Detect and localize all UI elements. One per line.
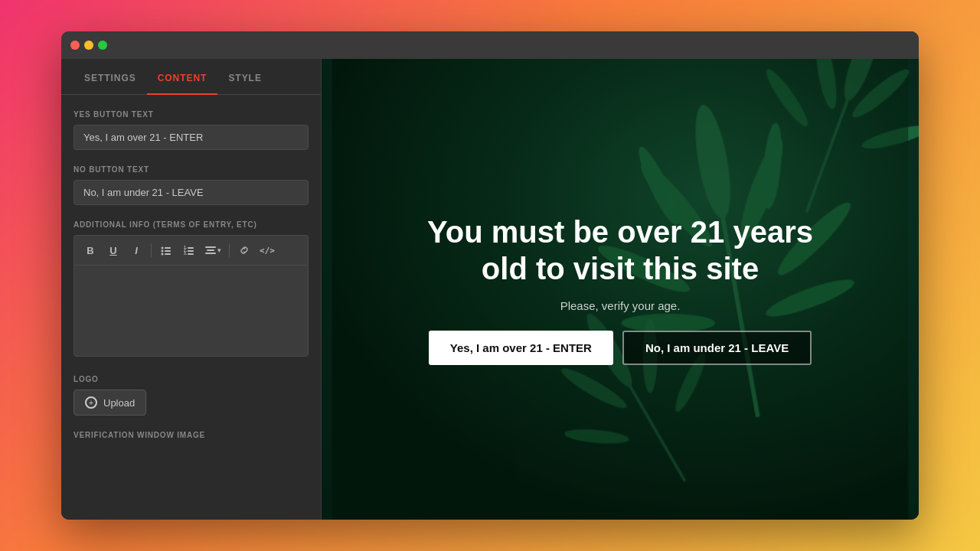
tab-settings[interactable]: SETTINGS (74, 59, 147, 94)
align-icon (205, 245, 216, 256)
no-button-label: NO BUTTON TEXT (74, 165, 309, 174)
rich-text-toolbar: B U I (74, 235, 309, 265)
italic-button[interactable]: I (126, 240, 146, 260)
svg-rect-5 (165, 253, 171, 255)
logo-label: LOGO (74, 375, 309, 383)
tab-style[interactable]: STYLE (217, 59, 272, 94)
maximize-button[interactable] (98, 41, 107, 50)
window-body: SETTINGS CONTENT STYLE YES BUTTON TEXT N… (61, 59, 919, 520)
app-window: SETTINGS CONTENT STYLE YES BUTTON TEXT N… (61, 31, 919, 520)
minimize-button[interactable] (84, 41, 93, 50)
upload-icon: + (85, 396, 97, 409)
preview-title: You must be over 21 years old to visit t… (421, 214, 819, 287)
verification-window-label: VERIFICATION WINDOW IMAGE (74, 431, 309, 439)
list-ol-icon: 1. 2. 3. (184, 245, 194, 256)
right-preview: You must be over 21 years old to visit t… (322, 59, 919, 520)
preview-subtitle: Please, verify your age. (560, 299, 681, 312)
list-ul-icon (161, 245, 172, 256)
preview-no-button[interactable]: No, I am under 21 - LEAVE (622, 331, 812, 365)
svg-text:3.: 3. (184, 251, 188, 256)
svg-rect-11 (188, 253, 194, 255)
svg-rect-3 (165, 250, 171, 252)
bold-button[interactable]: B (80, 240, 100, 260)
svg-point-2 (162, 250, 164, 253)
panel-content: YES BUTTON TEXT NO BUTTON TEXT ADDITIONA… (61, 95, 321, 520)
traffic-lights (70, 41, 107, 50)
code-button[interactable]: </> (257, 240, 277, 260)
upload-label: Upload (103, 397, 135, 409)
preview-buttons: Yes, I am over 21 - ENTER No, I am under… (429, 331, 812, 365)
link-button[interactable] (234, 240, 254, 260)
close-button[interactable] (70, 41, 80, 50)
svg-rect-1 (165, 247, 171, 249)
titlebar (61, 31, 919, 59)
additional-info-textarea[interactable] (74, 265, 309, 357)
toolbar-sep-1 (151, 243, 152, 257)
additional-info-label: ADDITIONAL INFO (TERMS OF ENTRY, ETC) (74, 220, 309, 229)
yes-button-label: YES BUTTON TEXT (74, 110, 309, 119)
svg-rect-12 (205, 246, 216, 248)
svg-rect-13 (207, 249, 214, 251)
tab-content[interactable]: CONTENT (147, 59, 218, 94)
svg-rect-14 (205, 253, 216, 254)
align-dropdown[interactable]: ▾ (202, 245, 224, 256)
svg-rect-7 (188, 247, 194, 249)
preview-yes-button[interactable]: Yes, I am over 21 - ENTER (429, 331, 613, 365)
unordered-list-button[interactable] (156, 240, 176, 260)
ordered-list-button[interactable]: 1. 2. 3. (179, 240, 199, 260)
yes-button-input[interactable] (74, 125, 309, 150)
upload-button[interactable]: + Upload (74, 390, 146, 416)
preview-content: You must be over 21 years old to visit t… (322, 59, 919, 520)
svg-point-4 (162, 253, 164, 256)
no-button-input[interactable] (74, 180, 309, 205)
link-icon (239, 245, 250, 256)
tabs: SETTINGS CONTENT STYLE (61, 59, 321, 95)
svg-point-0 (162, 247, 164, 249)
svg-rect-9 (188, 250, 194, 252)
left-panel: SETTINGS CONTENT STYLE YES BUTTON TEXT N… (61, 59, 322, 520)
underline-button[interactable]: U (103, 240, 123, 260)
align-chevron: ▾ (217, 246, 221, 254)
toolbar-sep-2 (229, 243, 230, 257)
